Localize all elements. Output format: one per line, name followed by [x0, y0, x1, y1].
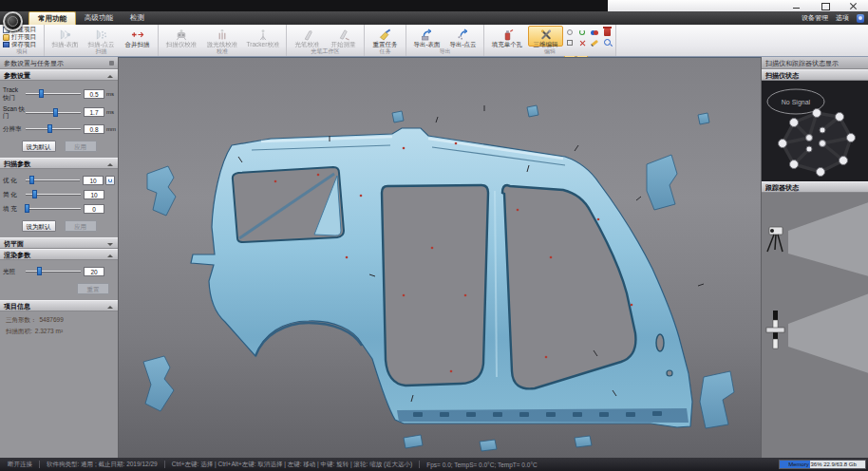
fill-slider[interactable]	[26, 203, 81, 214]
section-header-render-params[interactable]: 渲染参数	[0, 249, 118, 260]
delete-selection-icon[interactable]	[576, 38, 588, 47]
group-label-probe-workspace: 光笔工作区	[287, 47, 364, 56]
resolution-slider[interactable]	[26, 123, 81, 134]
car-body-scan-model	[119, 58, 761, 459]
scan-pointcloud-button[interactable]: 扫描-点云	[84, 26, 119, 47]
window-controls	[608, 0, 868, 11]
memory-label: Memory 36% 22.9/63.8 Gb	[780, 461, 865, 468]
section-header-tracker-status[interactable]: 跟踪器状态	[762, 181, 868, 193]
collapse-icon	[107, 243, 113, 246]
menu-options[interactable]: 选项	[836, 11, 849, 25]
collapse-icon	[107, 75, 113, 78]
rectangle-select-icon[interactable]	[564, 38, 576, 47]
tracker-calibration-button[interactable]: Tracker校准	[243, 26, 283, 47]
tab-advanced-functions[interactable]: 高级功能	[76, 11, 122, 25]
slider-thumb[interactable]	[37, 267, 42, 275]
ribbon-group-scan: 扫描-表面 扫描-点云 合并扫描 扫描	[45, 25, 159, 56]
performance-info: Fps= 0.0; TempS= 0.0°C; TempT= 0.0°C	[426, 462, 537, 468]
slider-row-track-shutter: Track 快门 0.5 ms	[3, 86, 115, 102]
section-body-render-params: 光照 20 重置	[0, 260, 118, 300]
app-logo-icon[interactable]	[3, 11, 23, 31]
fill-value[interactable]: 0	[84, 204, 104, 214]
simplify-slider[interactable]	[26, 189, 81, 199]
probe-calibration-icon	[300, 28, 315, 40]
3d-viewport[interactable]	[119, 57, 761, 458]
start-measurement-button[interactable]: 开始测量	[326, 26, 361, 47]
ribbon-tab-strip: 常用功能 高级功能 检测 设备管理 选项	[0, 11, 868, 25]
optimize-value[interactable]: 10	[83, 176, 104, 185]
track-shutter-value[interactable]: 0.5	[84, 89, 104, 99]
open-project-button[interactable]: 打开项目	[3, 34, 41, 41]
slider-thumb[interactable]	[32, 190, 37, 198]
tracker-status-view	[762, 193, 868, 458]
resolution-value[interactable]: 0.8	[84, 124, 104, 134]
tracker-target-icon	[766, 311, 784, 349]
section-body-project-info: 三角形数： 5487699 扫描面积: 2.3273 m²	[0, 311, 118, 458]
section-header-clip-plane[interactable]: 切平面	[0, 237, 118, 249]
section-header-project-info[interactable]: 项目信息	[0, 300, 118, 311]
scan-shutter-slider[interactable]	[26, 107, 81, 118]
lighting-slider[interactable]	[26, 266, 81, 276]
reset-task-button[interactable]: 重置任务	[368, 26, 403, 47]
refresh-icon[interactable]	[105, 176, 115, 185]
set-default-button[interactable]: 设为默认	[22, 141, 56, 152]
reset-button[interactable]: 重置	[77, 283, 109, 294]
export-pointcloud-icon	[456, 28, 471, 40]
title-bar	[0, 0, 868, 11]
apply-button[interactable]: 应用	[65, 220, 97, 232]
edit-3d-button[interactable]: 三维编辑	[528, 26, 563, 47]
set-default-button[interactable]: 设为默认	[22, 220, 56, 232]
tracker-camera-icon	[767, 227, 783, 252]
track-shutter-slider[interactable]	[26, 88, 81, 99]
right-panel-title: 扫描仪和跟踪器状态显示	[762, 57, 868, 69]
optimize-slider[interactable]	[26, 175, 80, 185]
scan-shutter-value[interactable]: 1.7	[84, 107, 104, 117]
slider-thumb[interactable]	[39, 89, 44, 98]
slider-thumb[interactable]	[47, 124, 52, 133]
reset-task-icon	[378, 28, 393, 40]
export-surface-button[interactable]: 导出-表面	[409, 26, 444, 47]
collapse-icon	[107, 306, 113, 309]
group-label-edit: 编辑	[484, 47, 615, 56]
merge-scan-button[interactable]: 合并扫描	[120, 26, 155, 47]
triangle-count-value: 5487699	[40, 316, 64, 325]
scanner-status-view: No Signal	[762, 81, 868, 181]
apply-button[interactable]: 应用	[65, 141, 97, 152]
ribbon-group-probe-workspace: 光笔校准 开始测量 光笔工作区	[287, 25, 365, 56]
minimize-icon[interactable]	[792, 2, 802, 10]
export-pointcloud-button[interactable]: 导出-点云	[445, 26, 481, 47]
edit-3d-icon	[538, 28, 554, 40]
invert-selection-icon[interactable]	[589, 28, 600, 37]
slider-thumb[interactable]	[53, 108, 58, 117]
slider-thumb[interactable]	[25, 204, 29, 213]
close-icon[interactable]	[849, 2, 859, 10]
group-label-task: 任务	[365, 47, 406, 56]
draw-edit-icon[interactable]	[589, 38, 600, 47]
section-header-parameters[interactable]: 参数设置	[0, 69, 118, 81]
scanner-calibration-button[interactable]: 扫描仪校准	[161, 26, 201, 47]
ribbon-group-task: 重置任务 任务	[365, 25, 406, 56]
menu-device-management[interactable]: 设备管理	[802, 11, 828, 25]
probe-calibration-button[interactable]: 光笔校准	[290, 26, 325, 47]
ribbon-group-edit: 填充单个孔 三维编辑 编辑	[484, 25, 616, 56]
tab-inspection[interactable]: 检测	[122, 11, 153, 25]
maximize-icon[interactable]	[821, 2, 830, 10]
delete-all-icon[interactable]	[604, 28, 612, 36]
pin-icon[interactable]	[109, 61, 114, 66]
lighting-value[interactable]: 20	[84, 267, 104, 276]
laser-calibration-button[interactable]: 激光线校准	[202, 26, 242, 47]
simplify-value[interactable]: 10	[84, 190, 104, 199]
slider-row-fill: 填 充 0	[3, 203, 115, 214]
fill-single-hole-button[interactable]: 填充单个孔	[487, 26, 527, 47]
help-icon[interactable]	[857, 14, 864, 23]
section-header-scan-params[interactable]: 扫描参数	[0, 158, 118, 169]
refresh-selection-icon[interactable]	[576, 28, 588, 37]
section-header-scanner-status[interactable]: 扫描仪状态	[762, 69, 868, 81]
visibility-tool-icon[interactable]	[564, 28, 576, 37]
car-body-mesh	[191, 105, 704, 427]
scan-surface-button[interactable]: 扫描-表面	[47, 26, 83, 47]
tab-common-functions[interactable]: 常用功能	[28, 11, 76, 25]
dongle-info: 软件狗类型: 通用 ; 截止日期: 2019/12/29	[47, 461, 158, 469]
zoom-tool-icon[interactable]	[604, 39, 612, 47]
slider-thumb[interactable]	[29, 176, 34, 184]
